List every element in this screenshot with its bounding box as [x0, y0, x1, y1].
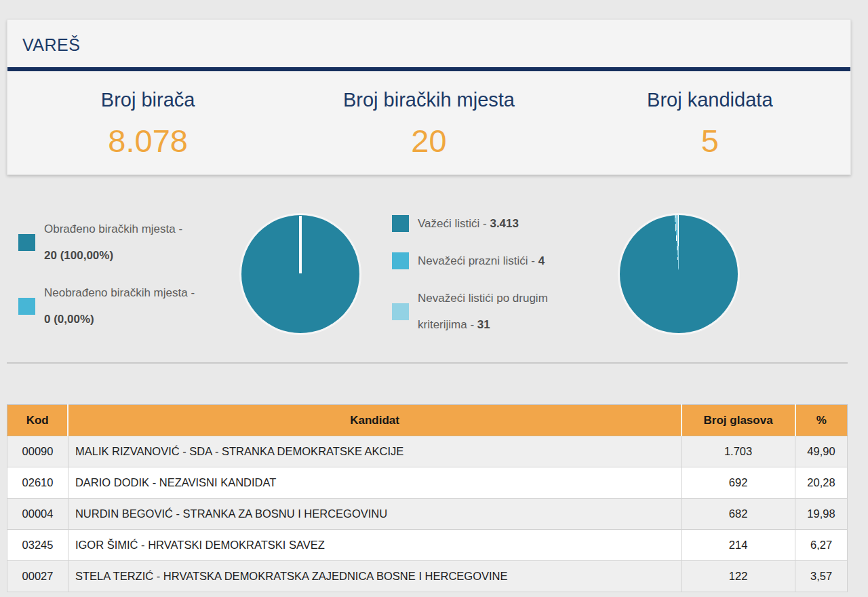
header-kandidat: Kandidat: [68, 405, 681, 436]
pie-seam: [299, 216, 302, 273]
header-procenat: %: [795, 405, 848, 436]
legend-item-invalid-blank: Nevažeći prazni listići - 4: [392, 248, 563, 274]
table-row: 02610 DARIO DODIK - NEZAVISNI KANDIDAT 6…: [7, 467, 848, 499]
header-kod: Kod: [7, 405, 68, 436]
cyan-swatch-icon: [392, 252, 409, 269]
legend-value: 4: [538, 254, 545, 267]
cyan-swatch-icon: [18, 298, 35, 315]
stat-label: Broj biračkih mjesta: [288, 89, 569, 111]
legend-label: Nevažeći prazni listići -: [418, 254, 535, 267]
processing-legend: Obrađeno biračkih mjesta - 20 (100,00%) …: [18, 216, 224, 332]
table-row: 00090 MALIK RIZVANOVIĆ - SDA - STRANKA D…: [7, 436, 848, 467]
stat-candidates: Broj kandidata 5: [570, 81, 850, 159]
cell-broj-glasova: 682: [682, 499, 795, 530]
table-header-row: Kod Kandidat Broj glasova %: [7, 405, 848, 436]
legend-item-invalid-other: Nevažeći listići po drugim kriterijima -…: [392, 285, 563, 338]
cell-kod: 03245: [7, 530, 68, 561]
legend-item-unprocessed: Neobrađeno biračkih mjesta - 0 (0,00%): [18, 280, 224, 332]
cell-kandidat: DARIO DODIK - NEZAVISNI KANDIDAT: [68, 467, 681, 499]
teal-swatch-icon: [392, 215, 409, 232]
cell-procenat: 20,28: [795, 467, 848, 499]
cell-kandidat: IGOR ŠIMIĆ - HRVATSKI DEMOKRATSKI SAVEZ: [68, 530, 681, 561]
legend-value: 20 (100,00%): [44, 242, 182, 269]
ballots-pie-chart: [620, 215, 738, 333]
legend-value: 31: [477, 318, 490, 331]
cell-kandidat: MALIK RIZVANOVIĆ - SDA - STRANKA DEMOKRA…: [68, 436, 681, 467]
light-blue-swatch-icon: [392, 303, 409, 320]
cell-procenat: 3,57: [795, 561, 848, 592]
stat-label: Broj kandidata: [570, 89, 850, 111]
cell-kod: 00027: [7, 561, 68, 592]
ballots-legend: Važeći listići - 3.413 Nevažeći prazni l…: [392, 210, 563, 338]
municipality-summary-card: VAREŠ Broj birača 8.078 Broj biračkih mj…: [7, 19, 851, 175]
teal-swatch-icon: [18, 234, 35, 251]
cell-broj-glasova: 1.703: [682, 436, 795, 467]
cell-procenat: 6,27: [795, 530, 848, 561]
stat-value: 20: [288, 122, 569, 159]
table-row: 03245 IGOR ŠIMIĆ - HRVATSKI DEMOKRATSKI …: [7, 530, 848, 561]
legend-label: Važeći listići -: [418, 217, 487, 230]
cell-broj-glasova: 214: [682, 530, 795, 561]
cell-procenat: 19,98: [795, 499, 848, 530]
table-row: 00027 STELA TERZIĆ - HRVATSKA DEMOKRATSK…: [7, 561, 848, 592]
legend-item-valid: Važeći listići - 3.413: [392, 210, 563, 237]
legend-label: Obrađeno biračkih mjesta -: [44, 216, 182, 242]
cell-kod: 02610: [7, 467, 68, 499]
table-row: 00004 NURDIN BEGOVIĆ - STRANKA ZA BOSNU …: [7, 499, 848, 530]
legend-label: Neobrađeno biračkih mjesta -: [44, 280, 195, 306]
results-table: Kod Kandidat Broj glasova % 00090 MALIK …: [7, 404, 848, 592]
stat-label: Broj birača: [7, 89, 288, 111]
cell-kod: 00090: [7, 436, 68, 467]
cell-broj-glasova: 122: [682, 561, 795, 592]
cell-kod: 00004: [7, 499, 68, 530]
page-title: VAREŠ: [7, 20, 850, 67]
stat-voters: Broj birača 8.078: [7, 81, 288, 159]
stat-polling-stations: Broj biračkih mjesta 20: [288, 81, 569, 159]
turnout-pie-chart: [241, 215, 359, 333]
cell-kandidat: NURDIN BEGOVIĆ - STRANKA ZA BOSNU I HERC…: [68, 499, 681, 530]
stat-value: 5: [570, 122, 850, 159]
legend-value: 3.413: [490, 217, 519, 230]
charts-section: Obrađeno biračkih mjesta - 20 (100,00%) …: [7, 175, 848, 364]
cell-procenat: 49,90: [795, 436, 848, 467]
header-broj-glasova: Broj glasova: [682, 405, 795, 436]
cell-broj-glasova: 692: [682, 467, 795, 499]
stats-row: Broj birača 8.078 Broj biračkih mjesta 2…: [7, 71, 850, 174]
legend-value: 0 (0,00%): [44, 306, 195, 332]
stat-value: 8.078: [7, 122, 288, 159]
legend-item-processed: Obrađeno biračkih mjesta - 20 (100,00%): [18, 216, 224, 269]
cell-kandidat: STELA TERZIĆ - HRVATSKA DEMOKRATSKA ZAJE…: [68, 561, 681, 592]
